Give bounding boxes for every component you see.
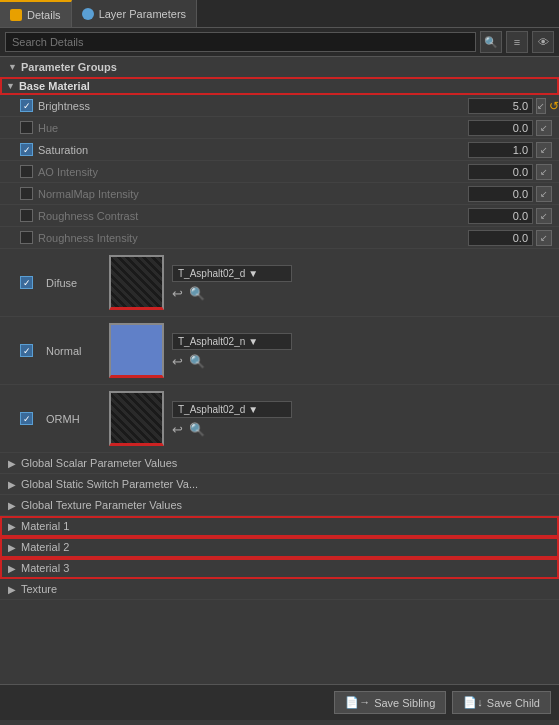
save-child-button[interactable]: 📄↓ Save Child	[452, 691, 551, 714]
saturation-reset[interactable]: ↙	[536, 142, 552, 158]
roughness-intensity-input[interactable]	[468, 230, 533, 246]
ormh-reset-button[interactable]: ↩	[172, 422, 183, 437]
tab-layer-parameters-label: Layer Parameters	[99, 8, 186, 20]
ormh-controls: T_Asphalt02_d ▼ ↩ 🔍	[172, 401, 292, 437]
roughness-contrast-value-group: ↙	[468, 208, 553, 224]
sidebar-item-texture[interactable]: ▶ Texture	[0, 579, 559, 600]
global-scalar-expand-icon: ▶	[8, 458, 16, 469]
search-button[interactable]: 🔍	[480, 31, 502, 53]
normal-icon-row: ↩ 🔍	[172, 354, 292, 369]
normal-reset-button[interactable]: ↩	[172, 354, 183, 369]
tab-layer-parameters[interactable]: Layer Parameters	[72, 0, 197, 27]
saturation-checkbox[interactable]: ✓	[20, 143, 33, 156]
search-input[interactable]	[5, 32, 476, 52]
global-scalar-label: Global Scalar Parameter Values	[21, 457, 177, 469]
ao-intensity-reset[interactable]: ↙	[536, 164, 552, 180]
normal-dropdown[interactable]: T_Asphalt02_n ▼	[172, 333, 292, 350]
material2-expand-icon: ▶	[8, 542, 16, 553]
normal-thumbnail[interactable]	[109, 323, 164, 378]
ormh-icon-row: ↩ 🔍	[172, 422, 292, 437]
diffuse-search-button[interactable]: 🔍	[189, 286, 205, 301]
parameter-groups-label: Parameter Groups	[21, 61, 117, 73]
texture-row-ormh: ✓ ORMH T_Asphalt02_d ▼ ↩ 🔍	[0, 385, 559, 453]
bottom-bar: 📄→ Save Sibling 📄↓ Save Child	[0, 684, 559, 720]
normalmap-intensity-reset[interactable]: ↙	[536, 186, 552, 202]
roughness-contrast-input[interactable]	[468, 208, 533, 224]
property-row-saturation: ✓ Saturation ↙	[0, 139, 559, 161]
brightness-value-group: ↙ ↺	[468, 98, 553, 114]
ormh-dropdown-arrow: ▼	[248, 404, 258, 415]
normal-controls: T_Asphalt02_n ▼ ↩ 🔍	[172, 333, 292, 369]
sidebar-item-global-scalar[interactable]: ▶ Global Scalar Parameter Values	[0, 453, 559, 474]
roughness-contrast-checkbox[interactable]	[20, 209, 33, 222]
save-sibling-button[interactable]: 📄→ Save Sibling	[334, 691, 446, 714]
diffuse-checkbox[interactable]: ✓	[20, 276, 33, 289]
roughness-contrast-label: Roughness Contrast	[38, 210, 468, 222]
parameter-groups-header: ▼ Parameter Groups	[0, 57, 559, 77]
hue-reset[interactable]: ↙	[536, 120, 552, 136]
ao-intensity-input[interactable]	[468, 164, 533, 180]
brightness-arrow[interactable]: ↺	[549, 99, 559, 113]
material1-label: Material 1	[21, 520, 69, 532]
ao-intensity-checkbox[interactable]	[20, 165, 33, 178]
roughness-intensity-value-group: ↙	[468, 230, 553, 246]
collapse-icon: ▼	[8, 62, 17, 72]
roughness-intensity-reset[interactable]: ↙	[536, 230, 552, 246]
layer-params-icon	[82, 8, 94, 20]
details-icon	[10, 9, 22, 21]
sidebar-item-material1[interactable]: ▶ Material 1	[0, 516, 559, 537]
view-toggle-button[interactable]: ≡	[506, 31, 528, 53]
material3-label: Material 3	[21, 562, 69, 574]
base-material-group: ▼ Base Material ✓ Brightness ↙ ↺ Hue ↙ ✓	[0, 77, 559, 453]
base-material-header[interactable]: ▼ Base Material	[0, 77, 559, 95]
ormh-texture-name: T_Asphalt02_d	[178, 404, 245, 415]
ormh-dropdown[interactable]: T_Asphalt02_d ▼	[172, 401, 292, 418]
ormh-search-button[interactable]: 🔍	[189, 422, 205, 437]
roughness-contrast-reset[interactable]: ↙	[536, 208, 552, 224]
diffuse-thumbnail[interactable]	[109, 255, 164, 310]
ormh-label: ORMH	[46, 413, 101, 425]
brightness-label: Brightness	[38, 100, 468, 112]
normal-label: Normal	[46, 345, 101, 357]
save-child-label: Save Child	[487, 697, 540, 709]
texture-row-normal: ✓ Normal T_Asphalt02_n ▼ ↩ 🔍	[0, 317, 559, 385]
hue-label: Hue	[38, 122, 468, 134]
diffuse-texture-name: T_Asphalt02_d	[178, 268, 245, 279]
diffuse-label: Difuse	[46, 277, 101, 289]
saturation-input[interactable]	[468, 142, 533, 158]
normalmap-intensity-input[interactable]	[468, 186, 533, 202]
diffuse-reset-button[interactable]: ↩	[172, 286, 183, 301]
tab-bar: Details Layer Parameters	[0, 0, 559, 28]
normal-search-button[interactable]: 🔍	[189, 354, 205, 369]
saturation-value-group: ↙	[468, 142, 553, 158]
sidebar-item-material3[interactable]: ▶ Material 3	[0, 558, 559, 579]
sidebar-item-global-static[interactable]: ▶ Global Static Switch Parameter Va...	[0, 474, 559, 495]
diffuse-dropdown[interactable]: T_Asphalt02_d ▼	[172, 265, 292, 282]
tab-details[interactable]: Details	[0, 0, 72, 27]
diffuse-icon-row: ↩ 🔍	[172, 286, 292, 301]
normal-dropdown-arrow: ▼	[248, 336, 258, 347]
normalmap-intensity-checkbox[interactable]	[20, 187, 33, 200]
sidebar-item-material2[interactable]: ▶ Material 2	[0, 537, 559, 558]
normalmap-intensity-value-group: ↙	[468, 186, 553, 202]
roughness-intensity-checkbox[interactable]	[20, 231, 33, 244]
global-static-label: Global Static Switch Parameter Va...	[21, 478, 198, 490]
sidebar-item-global-texture[interactable]: ▶ Global Texture Parameter Values	[0, 495, 559, 516]
global-static-expand-icon: ▶	[8, 479, 16, 490]
texture-label: Texture	[21, 583, 57, 595]
ormh-thumbnail[interactable]	[109, 391, 164, 446]
brightness-input[interactable]	[468, 98, 533, 114]
brightness-checkbox[interactable]: ✓	[20, 99, 33, 112]
hue-checkbox[interactable]	[20, 121, 33, 134]
ormh-checkbox[interactable]: ✓	[20, 412, 33, 425]
brightness-reset[interactable]: ↙	[536, 98, 546, 114]
global-texture-label: Global Texture Parameter Values	[21, 499, 182, 511]
property-row-normalmap-intensity: NormalMap Intensity ↙	[0, 183, 559, 205]
normal-checkbox[interactable]: ✓	[20, 344, 33, 357]
settings-button[interactable]: 👁	[532, 31, 554, 53]
property-row-brightness: ✓ Brightness ↙ ↺	[0, 95, 559, 117]
global-texture-expand-icon: ▶	[8, 500, 16, 511]
base-material-collapse-icon: ▼	[6, 81, 15, 91]
tab-details-label: Details	[27, 9, 61, 21]
hue-input[interactable]	[468, 120, 533, 136]
